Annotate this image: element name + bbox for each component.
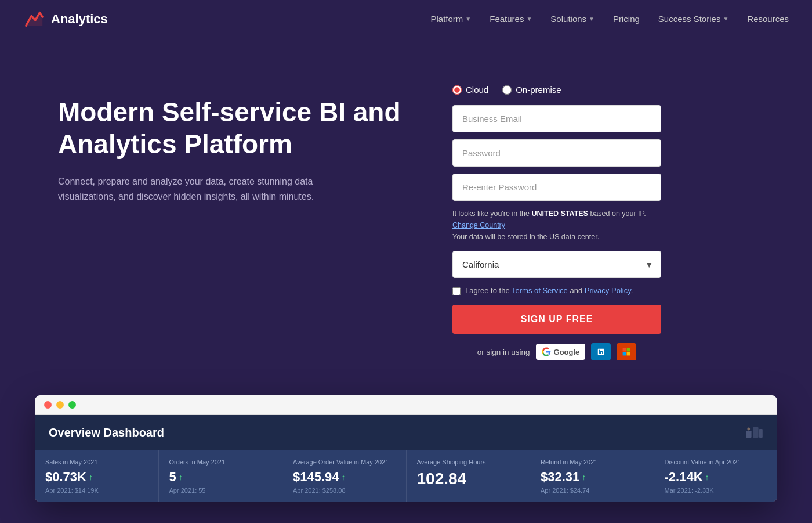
nav-link-platform[interactable]: Platform ▼ <box>430 14 471 24</box>
deployment-radio-group: Cloud On-premise <box>452 85 661 95</box>
kpi-sub: Apr 2021: $14.19K <box>45 487 148 494</box>
svg-rect-1 <box>623 348 626 352</box>
google-label: Google <box>554 348 580 356</box>
hero-heading: Modern Self-service BI and Analytics Pla… <box>58 96 406 160</box>
trend-up-icon: ↑ <box>342 472 346 482</box>
dashboard-3d-icon <box>742 424 763 441</box>
nav-link-solutions[interactable]: Solutions ▼ <box>550 14 594 24</box>
trend-up-icon: ↑ <box>179 472 183 482</box>
linkedin-signin-button[interactable] <box>591 343 611 360</box>
google-signin-button[interactable]: Google <box>536 344 586 360</box>
kpi-label: Discount Value in Apr 2021 <box>665 458 767 466</box>
kpi-value: 5 ↑ <box>169 470 272 485</box>
svg-rect-5 <box>746 431 752 438</box>
chevron-down-icon: ▼ <box>465 16 471 22</box>
dashboard-icon <box>742 424 763 441</box>
kpi-value: $32.31 ↑ <box>541 470 643 485</box>
hero-subtext: Connect, prepare and analyze your data, … <box>58 174 348 204</box>
reenter-password-field[interactable] <box>452 174 661 201</box>
kpi-label: Average Shipping Hours <box>417 458 520 466</box>
svg-point-8 <box>747 428 750 431</box>
kpi-value: $145.94 ↑ <box>293 470 396 485</box>
svg-rect-7 <box>759 429 763 438</box>
kpi-card-sales: Sales in May 2021 $0.73K ↑ Apr 2021: $14… <box>35 450 159 502</box>
kpi-card-refund: Refund in May 2021 $32.31 ↑ Apr 2021: $2… <box>530 450 654 502</box>
chevron-down-icon: ▼ <box>526 16 532 22</box>
dot-yellow <box>56 401 64 409</box>
kpi-card-avg-order: Average Order Value in May 2021 $145.94 … <box>282 450 407 502</box>
terms-link[interactable]: Terms of Service <box>512 286 568 295</box>
linkedin-icon <box>597 347 605 356</box>
navbar: Analytics Platform ▼ Features ▼ Solution… <box>0 0 812 38</box>
dashboard-title: Overview Dashboard <box>49 426 164 439</box>
svg-rect-2 <box>627 348 630 352</box>
state-select-wrap: California New York Texas Florida Washin… <box>452 251 661 278</box>
dot-green <box>68 401 76 409</box>
kpi-label: Orders in May 2021 <box>169 458 272 466</box>
radio-cloud-input[interactable] <box>452 85 462 95</box>
change-country-link[interactable]: Change Country <box>452 221 505 229</box>
dashboard-header: Overview Dashboard <box>35 415 777 450</box>
nav-item-platform[interactable]: Platform ▼ <box>430 14 471 24</box>
svg-rect-3 <box>623 352 626 356</box>
social-signin: or sign in using Google <box>452 343 661 360</box>
social-label: or sign in using <box>477 348 530 356</box>
radio-onpremise-input[interactable] <box>502 85 512 95</box>
nav-link-pricing[interactable]: Pricing <box>613 14 640 24</box>
ip-notice: It looks like you're in the UNITED STATE… <box>452 208 661 243</box>
kpi-card-shipping: Average Shipping Hours 102.84 <box>407 450 531 502</box>
kpi-value: 102.84 <box>417 470 520 488</box>
google-icon <box>542 347 551 356</box>
nav-item-success[interactable]: Success Stories ▼ <box>658 14 728 24</box>
kpi-label: Sales in May 2021 <box>45 458 148 466</box>
nav-item-pricing[interactable]: Pricing <box>613 14 640 24</box>
nav-links: Platform ▼ Features ▼ Solutions ▼ Pricin… <box>430 14 789 24</box>
nav-link-success[interactable]: Success Stories ▼ <box>658 14 728 24</box>
nav-item-solutions[interactable]: Solutions ▼ <box>550 14 594 24</box>
kpi-card-discount: Discount Value in Apr 2021 -2.14K ↑ Mar … <box>654 450 778 502</box>
dashboard-preview: Overview Dashboard Sales in May 2021 $0.… <box>35 395 777 502</box>
nav-link-resources[interactable]: Resources <box>747 14 789 24</box>
kpi-value: $0.73K ↑ <box>45 470 148 485</box>
kpi-card-orders: Orders in May 2021 5 ↑ Apr 2021: 55 <box>159 450 283 502</box>
svg-rect-4 <box>627 352 630 356</box>
logo[interactable]: Analytics <box>23 8 108 30</box>
kpi-label: Refund in May 2021 <box>541 458 643 466</box>
privacy-link[interactable]: Privacy Policy <box>585 286 631 295</box>
state-select[interactable]: California New York Texas Florida Washin… <box>452 251 661 278</box>
trend-up-icon: ↑ <box>582 472 586 482</box>
hero-left: Modern Self-service BI and Analytics Pla… <box>58 85 406 204</box>
terms-row: I agree to the Terms of Service and Priv… <box>452 286 661 295</box>
kpi-sub: Apr 2021: $24.74 <box>541 487 643 494</box>
microsoft-signin-button[interactable] <box>617 343 636 360</box>
svg-rect-6 <box>753 427 759 438</box>
svg-marker-0 <box>26 12 43 26</box>
radio-cloud[interactable]: Cloud <box>452 85 488 95</box>
kpi-label: Average Order Value in May 2021 <box>293 458 396 466</box>
chevron-down-icon: ▼ <box>723 16 728 22</box>
kpi-sub: Apr 2021: 55 <box>169 487 272 494</box>
radio-onpremise[interactable]: On-premise <box>502 85 561 95</box>
trend-up-icon: ↑ <box>705 472 709 482</box>
kpi-value: -2.14K ↑ <box>665 470 767 485</box>
chevron-down-icon: ▼ <box>589 16 594 22</box>
logo-icon <box>23 8 45 30</box>
email-field[interactable] <box>452 105 661 132</box>
hero-section: Modern Self-service BI and Analytics Pla… <box>0 38 812 395</box>
nav-item-resources[interactable]: Resources <box>747 14 789 24</box>
nav-item-features[interactable]: Features ▼ <box>490 14 532 24</box>
kpi-sub: Apr 2021: $258.08 <box>293 487 396 494</box>
nav-link-features[interactable]: Features ▼ <box>490 14 532 24</box>
signup-button[interactable]: SIGN UP FREE <box>452 305 661 334</box>
dot-red <box>44 401 52 409</box>
signup-form: Cloud On-premise It looks like you're in… <box>452 85 661 360</box>
terms-checkbox[interactable] <box>452 287 461 295</box>
password-field[interactable] <box>452 139 661 167</box>
browser-bar <box>35 395 777 415</box>
logo-text: Analytics <box>51 12 108 27</box>
trend-up-icon: ↑ <box>89 472 93 482</box>
kpi-row: Sales in May 2021 $0.73K ↑ Apr 2021: $14… <box>35 450 777 502</box>
microsoft-icon <box>622 347 630 356</box>
kpi-sub: Mar 2021: -2.33K <box>665 487 767 494</box>
